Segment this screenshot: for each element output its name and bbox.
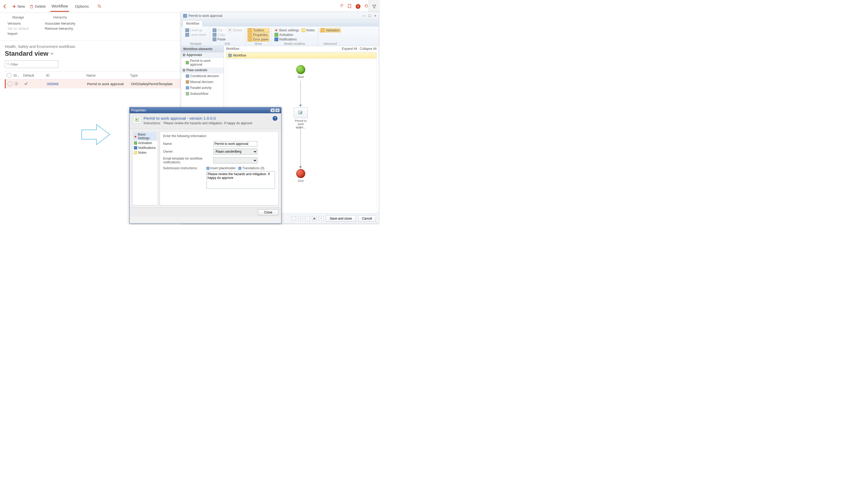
insert-placeholder-link[interactable]: Insert placeholder [206,166,236,170]
approvals-category[interactable]: ⊟Approvals [181,52,223,58]
nav-notes[interactable]: Notes [133,150,157,155]
element-manual[interactable]: Manual decision [181,79,223,85]
element-permit-approval[interactable]: Permit to work approval [181,58,223,68]
row-type: OHSSafetyPermitTemplate [131,82,184,86]
notifications-button[interactable]: Notifications [273,37,300,41]
error-pane-button[interactable]: Error pane [247,37,269,41]
zoom-100-icon[interactable]: ▣ [312,216,317,221]
search-icon [7,62,11,66]
toolbox-button[interactable]: Toolbox [247,28,269,32]
options-tab[interactable]: Options [74,1,90,11]
element-conditional[interactable]: Conditional decision [181,73,223,79]
back-button[interactable] [3,4,7,9]
arrow-head-icon [299,166,302,168]
remove-hierarchy-item[interactable]: Remove hierarchy [45,26,75,31]
modify-group-label: Modify workflow [273,42,316,45]
chevron-down-icon[interactable] [50,52,54,55]
form-intro: Enter the following information [163,134,275,138]
start-circle-icon [296,65,305,74]
email-template-select[interactable] [214,158,257,163]
connector-2 [301,126,301,167]
svg-rect-7 [16,83,17,85]
manage-title: Manage [7,16,29,19]
level-down-icon [185,33,189,37]
paste-button[interactable]: Paste [212,37,227,41]
nav-activation[interactable]: Activation [133,141,157,145]
side-filter-button[interactable] [368,0,380,13]
window-maximize-button[interactable]: ☐ [368,14,371,18]
row-id[interactable]: 000946 [47,82,87,86]
editor-workflow-tab[interactable]: Workflow [183,20,203,26]
nav-basic-settings[interactable]: Basic Settings [133,132,157,141]
conditional-icon [186,74,189,78]
annotation-arrow [80,123,112,147]
nav-notifications[interactable]: Notifications [133,145,157,150]
owner-select[interactable]: Riaan.vanderBerg [214,149,257,155]
row-select-radio[interactable] [7,82,12,86]
name-input[interactable] [214,141,257,146]
properties-titlebar[interactable]: Properties ▾ ✕ [130,107,281,113]
expand-all-link[interactable]: Expand All [342,47,357,51]
dialog-close-button[interactable]: ✕ [275,108,279,112]
associate-hierarchy-item[interactable]: Associate hierarchy [45,21,75,26]
submission-textarea[interactable] [206,171,275,189]
end-node[interactable]: End [293,169,309,182]
translations-link[interactable]: Translations (0) [238,166,264,170]
workflow-tab[interactable]: Workflow [50,1,69,12]
versions-item[interactable]: Versions [7,21,29,26]
filter-box[interactable] [5,60,58,68]
task-node[interactable]: Permit to work appro... [293,107,309,129]
zoom-in-icon[interactable]: + [319,216,324,221]
attach-icon[interactable] [339,4,344,9]
end-circle-icon [296,169,305,178]
filter-input[interactable] [11,62,53,67]
zoom-out-icon[interactable]: − [305,216,310,221]
notes-button[interactable]: Notes [301,28,316,32]
activation-button[interactable]: Activation [273,33,300,37]
office-icon[interactable] [347,4,352,9]
help-button[interactable]: ? [273,116,277,121]
dialog-dropdown-button[interactable]: ▾ [270,108,275,112]
element-parallel[interactable]: Parallel activity [181,85,223,91]
notification-badge[interactable]: 0 [356,4,360,9]
new-label: New [17,4,25,8]
editor-delete-button: Delete [227,28,243,32]
refresh-icon[interactable] [364,4,369,9]
canvas-breadcrumb[interactable]: Workflow [226,53,377,58]
ribbon-group-manage: Manage Versions Set as default Import [7,16,29,36]
new-button[interactable]: New [12,4,25,8]
toolbox-icon [248,29,252,32]
import-item[interactable]: Import [7,31,29,36]
editor-titlebar[interactable]: Permit to work approval — ☐ ✕ [181,12,379,20]
properties-header-icon [133,116,141,124]
zoom-fit-icon[interactable]: ⤢ [298,216,303,221]
svg-point-4 [7,63,9,65]
window-close-button[interactable]: ✕ [374,14,377,18]
basic-settings-button[interactable]: Basic settings [273,28,300,32]
col-status[interactable]: St... [13,73,22,77]
properties-button[interactable]: Properties [247,33,269,37]
collapse-all-link[interactable]: Collapse All [360,47,377,51]
select-all-radio[interactable] [7,73,12,78]
toolbar-search-button[interactable] [97,4,102,8]
start-node[interactable]: Start [293,65,309,78]
task-icon [294,107,308,118]
col-type[interactable]: Type [130,73,184,77]
col-id[interactable]: ID [46,73,86,77]
window-icon [183,14,187,18]
cut-button: Cut [212,28,227,32]
col-default[interactable]: Default [22,73,46,77]
activation-icon [274,33,278,37]
flow-controls-category[interactable]: ⊟Flow controls [181,68,223,73]
properties-close-button[interactable]: Close [258,210,278,215]
col-name[interactable]: Name [86,73,130,77]
delete-button[interactable]: Delete [30,4,46,8]
editor-cancel-button[interactable]: Cancel [358,215,376,222]
save-close-button[interactable]: Save and close [326,215,356,222]
window-minimize-button[interactable]: — [362,14,365,18]
element-subworkflow[interactable]: Subworkflow [181,91,223,97]
fit-icon[interactable]: ⛶ [291,216,296,221]
arrow-head-icon [299,105,302,107]
validation-button[interactable]: Validation [320,28,341,32]
funnel-icon [372,4,377,9]
